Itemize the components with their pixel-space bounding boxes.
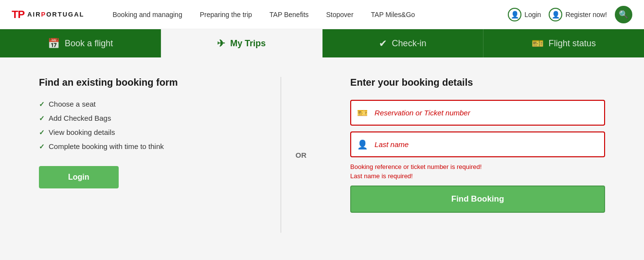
login-label: Login — [524, 11, 541, 19]
nav-item-tap-benefits[interactable]: TAP Benefits — [261, 11, 317, 19]
header: TP AIRPORTUGAL Booking and managing Prep… — [0, 0, 644, 29]
reservation-input-group: 🎫 — [350, 100, 605, 126]
nav-item-tap-miles-go[interactable]: TAP Miles&Go — [362, 11, 424, 19]
lastname-input-group: 👤 — [350, 131, 605, 157]
login-button[interactable]: 👤 Login — [508, 8, 541, 21]
tab-flight-status-label: Flight status — [549, 38, 596, 49]
nav-item-preparing-trip[interactable]: Preparing the trip — [191, 11, 261, 19]
main-content: Find an existing booking form Choose a s… — [0, 57, 644, 252]
checklist-item-view: View booking details — [39, 128, 251, 136]
search-button[interactable]: 🔍 — [615, 6, 632, 23]
right-panel: Enter your booking details 🎫 👤 Booking r… — [321, 77, 605, 233]
book-flight-icon: 📅 — [48, 37, 60, 49]
logo-tp: TP — [12, 8, 24, 21]
tab-flight-status[interactable]: 🎫 Flight status — [483, 29, 644, 57]
right-panel-title: Enter your booking details — [350, 77, 605, 88]
error-messages: Booking reference or ticket number is re… — [350, 163, 605, 180]
login-user-icon: 👤 — [508, 8, 521, 21]
left-panel: Find an existing booking form Choose a s… — [39, 77, 281, 233]
tab-my-trips[interactable]: ✈ My Trips — [161, 29, 322, 57]
person-icon: 👤 — [357, 139, 368, 150]
checklist: Choose a seat Add Checked Bags View book… — [39, 100, 251, 150]
flight-status-icon: 🎫 — [532, 37, 544, 49]
tab-check-in-label: Check-in — [392, 38, 427, 49]
find-booking-button[interactable]: Find Booking — [350, 186, 605, 213]
logo-p: P — [41, 11, 47, 18]
tab-book-flight-label: Book a flight — [65, 38, 113, 49]
checklist-item-bags: Add Checked Bags — [39, 114, 251, 122]
main-nav: Booking and managing Preparing the trip … — [104, 11, 508, 19]
checklist-item-complete: Complete booking with time to think — [39, 142, 251, 150]
header-right: 👤 Login 👤 Register now! 🔍 — [508, 6, 632, 23]
reservation-input[interactable] — [350, 100, 605, 126]
error-lastname: Last name is required! — [350, 172, 605, 180]
nav-item-booking-managing[interactable]: Booking and managing — [104, 11, 191, 19]
tab-check-in[interactable]: ✔ Check-in — [322, 29, 483, 57]
nav-item-stopover[interactable]: Stopover — [318, 11, 362, 19]
tab-bar: 📅 Book a flight ✈ My Trips ✔ Check-in 🎫 … — [0, 29, 644, 57]
register-button[interactable]: 👤 Register now! — [549, 8, 607, 21]
or-divider: OR — [281, 77, 322, 233]
lastname-input[interactable] — [350, 131, 605, 157]
my-trips-icon: ✈ — [217, 37, 225, 49]
logo-airportugal: AIRPORTUGAL — [27, 11, 84, 18]
login-btn[interactable]: Login — [39, 166, 119, 188]
logo[interactable]: TP AIRPORTUGAL — [12, 8, 84, 21]
register-user-icon: 👤 — [549, 8, 562, 21]
error-reservation: Booking reference or ticket number is re… — [350, 163, 605, 170]
tab-my-trips-label: My Trips — [230, 38, 266, 49]
ticket-icon: 🎫 — [357, 108, 368, 118]
or-label: OR — [296, 151, 307, 159]
left-panel-title: Find an existing booking form — [39, 77, 251, 88]
check-in-icon: ✔ — [379, 37, 387, 49]
checklist-item-seat: Choose a seat — [39, 100, 251, 108]
search-icon: 🔍 — [619, 10, 628, 19]
tab-book-flight[interactable]: 📅 Book a flight — [0, 29, 161, 57]
register-label: Register now! — [565, 11, 607, 19]
